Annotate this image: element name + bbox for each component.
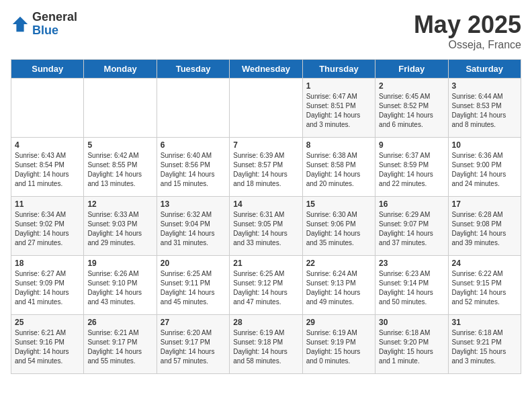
calendar-cell: 12Sunrise: 6:33 AM Sunset: 9:03 PM Dayli… — [84, 197, 157, 256]
day-number: 16 — [379, 199, 444, 209]
day-info: Sunrise: 6:25 AM Sunset: 9:12 PM Dayligh… — [233, 269, 298, 307]
day-number: 26 — [87, 318, 152, 327]
header-cell-tuesday: Tuesday — [157, 60, 229, 79]
week-row-2: 4Sunrise: 6:43 AM Sunset: 8:54 PM Daylig… — [11, 138, 521, 197]
calendar-cell: 14Sunrise: 6:31 AM Sunset: 9:05 PM Dayli… — [230, 197, 302, 256]
day-info: Sunrise: 6:29 AM Sunset: 9:07 PM Dayligh… — [379, 210, 444, 248]
day-number: 1 — [306, 81, 371, 91]
calendar-cell: 8Sunrise: 6:38 AM Sunset: 8:58 PM Daylig… — [302, 138, 375, 197]
day-info: Sunrise: 6:34 AM Sunset: 9:02 PM Dayligh… — [15, 210, 80, 248]
day-info: Sunrise: 6:25 AM Sunset: 9:11 PM Dayligh… — [161, 269, 226, 307]
week-row-4: 18Sunrise: 6:27 AM Sunset: 9:09 PM Dayli… — [11, 256, 521, 315]
day-info: Sunrise: 6:47 AM Sunset: 8:51 PM Dayligh… — [306, 92, 371, 130]
day-number: 7 — [233, 140, 298, 150]
day-info: Sunrise: 6:18 AM Sunset: 9:20 PM Dayligh… — [379, 328, 444, 366]
subtitle: Osseja, France — [414, 39, 521, 51]
day-info: Sunrise: 6:27 AM Sunset: 9:09 PM Dayligh… — [15, 269, 80, 307]
logo-text: General Blue — [32, 11, 77, 38]
header-cell-monday: Monday — [84, 60, 157, 79]
header-row: SundayMondayTuesdayWednesdayThursdayFrid… — [11, 60, 521, 79]
logo: General Blue — [11, 11, 77, 38]
calendar-body: 1Sunrise: 6:47 AM Sunset: 8:51 PM Daylig… — [11, 79, 521, 374]
header-cell-saturday: Saturday — [448, 60, 521, 79]
day-number: 15 — [306, 199, 371, 209]
logo-blue: Blue — [32, 24, 77, 38]
header-cell-friday: Friday — [375, 60, 448, 79]
calendar-cell: 20Sunrise: 6:25 AM Sunset: 9:11 PM Dayli… — [157, 256, 229, 315]
calendar-cell: 3Sunrise: 6:44 AM Sunset: 8:53 PM Daylig… — [448, 79, 521, 138]
day-number: 6 — [161, 140, 226, 150]
calendar-cell: 27Sunrise: 6:20 AM Sunset: 9:17 PM Dayli… — [157, 315, 229, 374]
day-number: 9 — [379, 140, 444, 150]
day-number: 5 — [87, 140, 152, 150]
calendar-cell — [11, 79, 84, 138]
logo-general: General — [32, 11, 77, 24]
logo-icon — [11, 15, 30, 34]
day-info: Sunrise: 6:37 AM Sunset: 8:59 PM Dayligh… — [379, 151, 444, 189]
day-info: Sunrise: 6:36 AM Sunset: 9:00 PM Dayligh… — [452, 151, 517, 189]
day-info: Sunrise: 6:40 AM Sunset: 8:56 PM Dayligh… — [161, 151, 226, 189]
main-title: May 2025 — [414, 11, 521, 39]
header-cell-thursday: Thursday — [302, 60, 375, 79]
day-info: Sunrise: 6:38 AM Sunset: 8:58 PM Dayligh… — [306, 151, 371, 189]
day-number: 21 — [233, 259, 298, 268]
day-number: 29 — [306, 318, 371, 327]
day-number: 25 — [15, 318, 80, 327]
day-info: Sunrise: 6:33 AM Sunset: 9:03 PM Dayligh… — [87, 210, 152, 248]
calendar-cell: 18Sunrise: 6:27 AM Sunset: 9:09 PM Dayli… — [11, 256, 84, 315]
calendar-cell: 1Sunrise: 6:47 AM Sunset: 8:51 PM Daylig… — [302, 79, 375, 138]
day-info: Sunrise: 6:19 AM Sunset: 9:18 PM Dayligh… — [233, 328, 298, 366]
calendar-table: SundayMondayTuesdayWednesdayThursdayFrid… — [11, 59, 521, 374]
day-info: Sunrise: 6:31 AM Sunset: 9:05 PM Dayligh… — [233, 210, 298, 248]
day-number: 2 — [379, 81, 444, 91]
calendar-cell: 7Sunrise: 6:39 AM Sunset: 8:57 PM Daylig… — [230, 138, 302, 197]
day-number: 3 — [452, 81, 517, 91]
day-number: 31 — [452, 318, 517, 327]
day-info: Sunrise: 6:32 AM Sunset: 9:04 PM Dayligh… — [161, 210, 226, 248]
day-number: 13 — [161, 199, 226, 209]
day-info: Sunrise: 6:45 AM Sunset: 8:52 PM Dayligh… — [379, 92, 444, 130]
calendar-cell: 2Sunrise: 6:45 AM Sunset: 8:52 PM Daylig… — [375, 79, 448, 138]
calendar-cell: 13Sunrise: 6:32 AM Sunset: 9:04 PM Dayli… — [157, 197, 229, 256]
calendar-header: SundayMondayTuesdayWednesdayThursdayFrid… — [11, 60, 521, 79]
calendar-cell: 4Sunrise: 6:43 AM Sunset: 8:54 PM Daylig… — [11, 138, 84, 197]
calendar-cell: 25Sunrise: 6:21 AM Sunset: 9:16 PM Dayli… — [11, 315, 84, 374]
day-number: 18 — [15, 259, 80, 268]
calendar-cell: 11Sunrise: 6:34 AM Sunset: 9:02 PM Dayli… — [11, 197, 84, 256]
calendar-cell — [230, 79, 302, 138]
calendar-cell: 19Sunrise: 6:26 AM Sunset: 9:10 PM Dayli… — [84, 256, 157, 315]
calendar-cell: 15Sunrise: 6:30 AM Sunset: 9:06 PM Dayli… — [302, 197, 375, 256]
day-info: Sunrise: 6:26 AM Sunset: 9:10 PM Dayligh… — [87, 269, 152, 307]
svg-marker-0 — [13, 17, 28, 32]
day-number: 28 — [233, 318, 298, 327]
calendar-cell: 28Sunrise: 6:19 AM Sunset: 9:18 PM Dayli… — [230, 315, 302, 374]
day-number: 27 — [161, 318, 226, 327]
calendar-cell: 6Sunrise: 6:40 AM Sunset: 8:56 PM Daylig… — [157, 138, 229, 197]
calendar-cell — [157, 79, 229, 138]
calendar-cell: 5Sunrise: 6:42 AM Sunset: 8:55 PM Daylig… — [84, 138, 157, 197]
day-number: 11 — [15, 199, 80, 209]
day-info: Sunrise: 6:18 AM Sunset: 9:21 PM Dayligh… — [452, 328, 517, 366]
week-row-1: 1Sunrise: 6:47 AM Sunset: 8:51 PM Daylig… — [11, 79, 521, 138]
day-number: 14 — [233, 199, 298, 209]
day-number: 22 — [306, 259, 371, 268]
calendar-cell: 17Sunrise: 6:28 AM Sunset: 9:08 PM Dayli… — [448, 197, 521, 256]
day-info: Sunrise: 6:20 AM Sunset: 9:17 PM Dayligh… — [161, 328, 226, 366]
day-number: 20 — [161, 259, 226, 268]
day-info: Sunrise: 6:21 AM Sunset: 9:16 PM Dayligh… — [15, 328, 80, 366]
day-info: Sunrise: 6:23 AM Sunset: 9:14 PM Dayligh… — [379, 269, 444, 307]
header-cell-wednesday: Wednesday — [230, 60, 302, 79]
calendar-cell: 22Sunrise: 6:24 AM Sunset: 9:13 PM Dayli… — [302, 256, 375, 315]
day-info: Sunrise: 6:22 AM Sunset: 9:15 PM Dayligh… — [452, 269, 517, 307]
day-number: 30 — [379, 318, 444, 327]
day-info: Sunrise: 6:39 AM Sunset: 8:57 PM Dayligh… — [233, 151, 298, 189]
calendar-cell — [84, 79, 157, 138]
day-number: 4 — [15, 140, 80, 150]
day-info: Sunrise: 6:24 AM Sunset: 9:13 PM Dayligh… — [306, 269, 371, 307]
calendar-cell: 29Sunrise: 6:19 AM Sunset: 9:19 PM Dayli… — [302, 315, 375, 374]
day-info: Sunrise: 6:30 AM Sunset: 9:06 PM Dayligh… — [306, 210, 371, 248]
day-number: 8 — [306, 140, 371, 150]
calendar-cell: 23Sunrise: 6:23 AM Sunset: 9:14 PM Dayli… — [375, 256, 448, 315]
day-number: 23 — [379, 259, 444, 268]
header-cell-sunday: Sunday — [11, 60, 84, 79]
